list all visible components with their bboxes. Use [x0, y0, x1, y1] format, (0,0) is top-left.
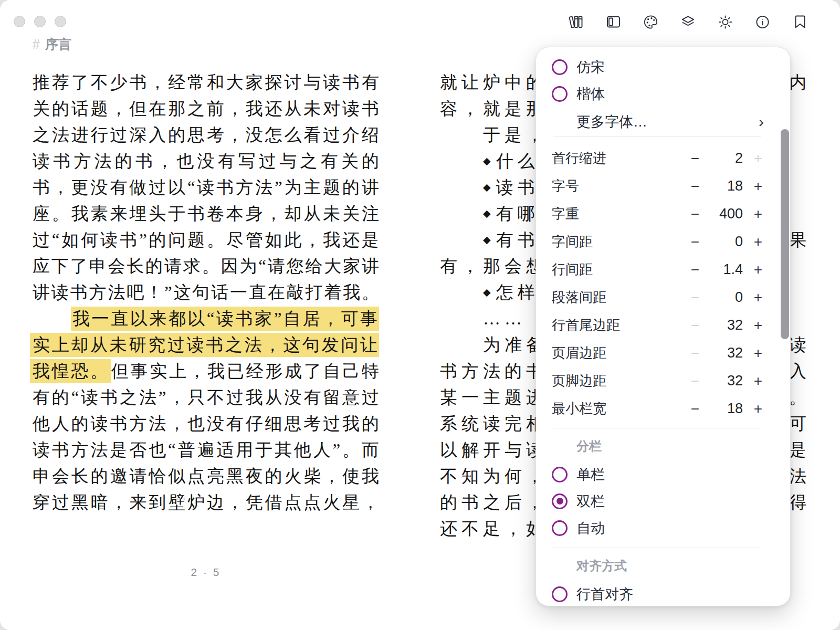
radio-icon[interactable]: [552, 520, 568, 536]
book-text-line: 穿过黑暗，来到壁炉边，凭借点点火星，: [33, 489, 379, 516]
plus-button[interactable]: +: [750, 234, 766, 250]
radio-dot: [556, 498, 563, 505]
stepper-row: 段落间距−0+: [536, 284, 790, 311]
book-text: 但事实上，我已经形成了自己特: [111, 362, 379, 381]
highlighted-text: 我惶恐。: [30, 359, 111, 383]
close-window-button[interactable]: [14, 16, 25, 27]
book-text-line: 我一直以来都以“读书家”自居，可事: [33, 306, 379, 332]
columns-option[interactable]: 单栏: [536, 461, 790, 488]
popover-scrollbar-thumb[interactable]: [781, 129, 789, 339]
radio-selected-icon[interactable]: [552, 494, 568, 509]
columns-option[interactable]: 双栏: [536, 488, 790, 514]
stepper-row: 最小栏宽−18+: [536, 395, 790, 423]
plus-button[interactable]: +: [750, 345, 766, 362]
stepper-row: 首行缩进−2+: [536, 144, 790, 172]
stepper-value: 32: [703, 373, 743, 389]
plus-button: +: [750, 150, 766, 167]
book-text-line: 申会长的邀请恰似点亮黑夜的火柴，使我: [33, 463, 379, 489]
stepper-value: 2: [703, 150, 743, 166]
radio-icon[interactable]: [552, 86, 568, 102]
list-bullet-icon: ◆: [483, 287, 491, 298]
stepper-label: 字重: [552, 205, 687, 223]
stepper-value: 0: [703, 289, 743, 306]
book-text: 是: [789, 437, 806, 463]
book-text: 内: [789, 69, 806, 96]
plus-button[interactable]: +: [750, 373, 766, 390]
book-text: 怎样: [496, 283, 539, 302]
indent: [440, 178, 483, 197]
stepper-row: 页眉边距−32+: [536, 339, 790, 367]
minus-button[interactable]: −: [687, 234, 703, 250]
book-text: 就让炉中的: [440, 73, 548, 92]
traffic-lights: [14, 16, 66, 27]
book-text: 推荐了不少书，经常和大家探讨与读书有: [33, 73, 379, 92]
stepper-row: 行首尾边距−32+: [536, 311, 790, 339]
book-text: 果: [789, 227, 806, 253]
minimize-window-button[interactable]: [34, 16, 46, 27]
list-bullet-icon: ◆: [483, 182, 491, 193]
minus-button[interactable]: −: [687, 261, 703, 278]
book-text-line: 推荐了不少书，经常和大家探讨与读书有: [33, 69, 379, 96]
book-text-line: 他人的读书方法，也没有仔细思考过我的: [33, 411, 379, 437]
stepper-label: 页脚边距: [552, 372, 687, 390]
plus-button[interactable]: +: [750, 289, 766, 306]
library-icon[interactable]: [568, 14, 584, 30]
info-icon[interactable]: [754, 14, 771, 30]
typography-popover: 仿宋楷体 更多字体… › 首行缩进−2+字号−18+字重−400+字间距−0+行…: [536, 47, 791, 606]
book-text: 还不足，如: [440, 519, 548, 538]
book-text: 书，更没有做过以“读书方法”为主题的讲: [33, 178, 379, 197]
plus-button[interactable]: +: [750, 178, 766, 195]
highlighted-text: 我一直以来都以“读书家”自居，可事: [71, 307, 379, 331]
book-text-line: 我惶恐。但事实上，我已经形成了自己特: [33, 358, 379, 384]
minus-button: −: [687, 345, 703, 362]
plus-button[interactable]: +: [750, 317, 766, 334]
minus-button[interactable]: −: [687, 178, 703, 195]
book-text: 容，就是那: [440, 99, 548, 118]
radio-icon[interactable]: [552, 467, 568, 482]
book-text: ……: [440, 309, 526, 328]
book-text: 他人的读书方法，也没有仔细思考过我的: [33, 414, 379, 433]
layers-icon[interactable]: [680, 14, 696, 30]
book-text: 过“如何读书”的问题。尽管如此，我还是: [33, 230, 379, 249]
columns-section: 分栏 单栏双栏自动: [536, 428, 790, 548]
book-text: 讲读书方法吧！”这句话一直在敲打着我。: [33, 283, 379, 302]
palette-icon[interactable]: [643, 14, 659, 30]
alignment-option-label: 行首对齐: [576, 585, 633, 604]
alignment-section-header: 对齐方式: [536, 553, 790, 581]
more-fonts-item[interactable]: 更多字体… ›: [536, 107, 790, 136]
brightness-icon[interactable]: [717, 14, 733, 30]
book-text: 于是，: [440, 125, 548, 144]
book-text: 读: [789, 332, 806, 358]
indent: [440, 204, 483, 223]
stepper-value: 1.4: [703, 261, 743, 278]
minus-button[interactable]: −: [687, 401, 703, 417]
book-text: 应下了申会长的请求。因为“请您给大家讲: [33, 257, 379, 276]
plus-button[interactable]: +: [750, 261, 766, 278]
book-text: 书方法的书: [440, 362, 548, 381]
book-text: 不知为何，: [440, 467, 548, 486]
book-text: 申会长的邀请恰似点亮黑夜的火柴，使我: [33, 467, 379, 486]
minus-button[interactable]: −: [687, 206, 703, 223]
book-text: 有，那会想: [440, 257, 548, 276]
chevron-right-icon: ›: [759, 114, 764, 130]
reader-layout-icon[interactable]: [605, 14, 622, 30]
book-text-line: 书，更没有做过以“读书方法”为主题的讲: [33, 174, 379, 201]
plus-button[interactable]: +: [750, 206, 766, 223]
alignment-option[interactable]: 行首对齐: [536, 581, 790, 606]
radio-icon[interactable]: [552, 59, 568, 75]
minus-button[interactable]: −: [687, 150, 703, 167]
bookmark-icon[interactable]: [792, 14, 808, 30]
indent: [440, 152, 483, 171]
book-text-line: 实上却从未研究过读书之法，这句发问让: [33, 332, 379, 358]
zoom-window-button[interactable]: [55, 16, 66, 27]
book-text: 有的“读书之法”，只不过我从没有留意过: [33, 388, 379, 407]
plus-button[interactable]: +: [750, 401, 766, 417]
book-text: 的书之后，: [440, 493, 548, 512]
columns-option-label: 双栏: [576, 492, 605, 511]
font-option[interactable]: 仿宋: [536, 54, 790, 80]
book-text: 系统读完相: [440, 414, 548, 433]
radio-icon[interactable]: [552, 586, 568, 602]
font-option[interactable]: 楷体: [536, 80, 790, 107]
columns-option[interactable]: 自动: [536, 514, 790, 541]
minus-button: −: [687, 289, 703, 306]
